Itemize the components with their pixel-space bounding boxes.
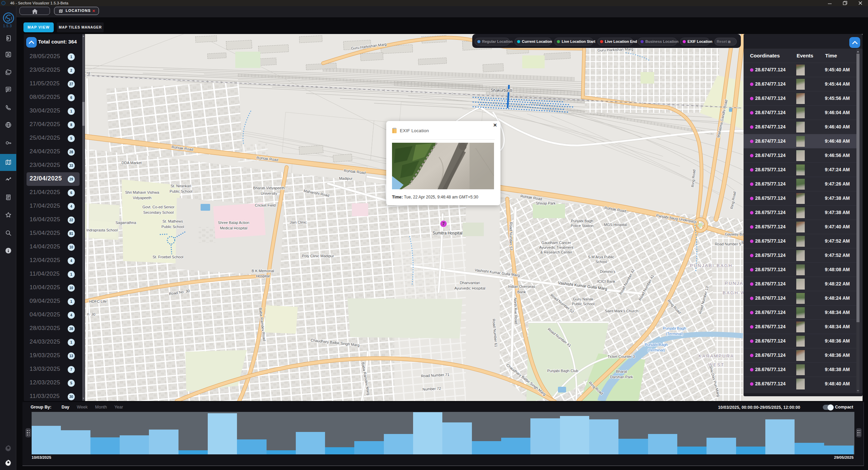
svg-text:Public School: Public School xyxy=(170,189,192,193)
svg-text:Punjabi Bagh: Punjabi Bagh xyxy=(645,343,668,347)
svg-text:Dhanvantari: Dhanvantari xyxy=(460,281,480,285)
svg-text:Saint Mark's Church: Saint Mark's Church xyxy=(605,309,639,313)
svg-text:Road Number 5: Road Number 5 xyxy=(715,242,741,246)
svg-text:Govt. Co-ed Senior: Govt. Co-ed Senior xyxy=(142,205,174,209)
svg-text:Road Number 57: Road Number 57 xyxy=(509,222,513,250)
svg-text:Public School: Public School xyxy=(161,225,184,229)
svg-text:St. Nirankari: St. Nirankari xyxy=(171,184,191,188)
svg-text:Sumitra Hospital: Sumitra Hospital xyxy=(432,231,462,236)
svg-text:HDFC Life: HDFC Life xyxy=(89,299,106,303)
svg-text:Darshan Park: Darshan Park xyxy=(610,375,633,379)
svg-text:Bank: Bank xyxy=(517,290,526,294)
svg-text:(Terminal): (Terminal) xyxy=(647,348,665,352)
svg-text:Gaudham Cancer: Gaudham Cancer xyxy=(542,241,571,245)
svg-text:Shakurbasti: Shakurbasti xyxy=(491,88,512,93)
svg-text:Public School: Public School xyxy=(572,302,595,306)
svg-text:Sagarrathna: Sagarrathna xyxy=(116,221,136,225)
svg-text:Ayurvedic Treatment: Ayurvedic Treatment xyxy=(539,245,574,249)
svg-text:Jain Clinic: Jain Clinic xyxy=(290,220,307,224)
svg-text:Hospital: Hospital xyxy=(256,274,270,278)
svg-text:Shree Balaji Action: Shree Balaji Action xyxy=(218,221,249,225)
svg-text:Police Station: Police Station xyxy=(571,224,593,228)
svg-text:Ayurvedic Hospital: Ayurvedic Hospital xyxy=(455,286,486,290)
svg-text:(Terminal): (Terminal) xyxy=(666,332,683,336)
svg-text:Medical Hospital: Medical Hospital xyxy=(220,226,248,230)
svg-text:Domino's: Domino's xyxy=(600,269,615,274)
svg-text:MGS Hospital: MGS Hospital xyxy=(604,223,627,227)
svg-text:University: University xyxy=(261,191,277,195)
svg-text:School: School xyxy=(595,260,607,264)
svg-text:B K.Memorial: B K.Memorial xyxy=(252,269,274,273)
svg-text:DDA Market: DDA Market xyxy=(121,161,141,165)
svg-text:Shri Mahavir Vishwa: Shri Mahavir Vishwa xyxy=(125,190,159,194)
svg-text:Ticket Counter 3: Ticket Counter 3 xyxy=(608,354,635,359)
svg-text:Guru Nanak: Guru Nanak xyxy=(573,297,593,301)
svg-text:Punjabi Bagh: Punjabi Bagh xyxy=(571,219,593,223)
svg-text:Indraprasta School: Indraprasta School xyxy=(86,228,118,232)
svg-text:KARAMPURA: KARAMPURA xyxy=(699,353,734,359)
svg-text:S M Arya Public: S M Arya Public xyxy=(588,255,614,259)
svg-text:Bharat: Bharat xyxy=(616,369,627,373)
svg-text:Indian Overseas: Indian Overseas xyxy=(508,284,535,289)
svg-text:PUNJABI BAGH: PUNJABI BAGH xyxy=(690,263,732,268)
svg-text:o. 30: o. 30 xyxy=(87,312,96,316)
svg-text:Gayway Bak: Gayway Bak xyxy=(725,232,746,236)
svg-text:St. Froebel School: St. Froebel School xyxy=(153,255,184,259)
svg-text:Secondary School: Secondary School xyxy=(143,210,173,214)
svg-text:Poly Clinic Madipur: Poly Clinic Madipur xyxy=(302,254,334,258)
svg-text:Punjabi Bagh Club: Punjabi Bagh Club xyxy=(547,369,578,373)
svg-text:Cricket Field: Cricket Field xyxy=(255,203,275,207)
svg-text:Vidyapeeth: Vidyapeeth xyxy=(133,196,152,200)
svg-text:ICICI Bank: ICICI Bank xyxy=(597,279,615,283)
svg-text:rg: rg xyxy=(87,71,90,75)
svg-text:Madipur: Madipur xyxy=(339,176,353,180)
svg-text:Punjabi Bagh: Punjabi Bagh xyxy=(663,326,686,330)
svg-text:Shivaji Park: Shivaji Park xyxy=(536,201,556,205)
svg-text:St. Mathews: St. Mathews xyxy=(163,219,183,223)
svg-text:& Research Center: & Research Center xyxy=(540,250,572,254)
svg-text:Bharati Vidyapeeth: Bharati Vidyapeeth xyxy=(253,186,285,190)
